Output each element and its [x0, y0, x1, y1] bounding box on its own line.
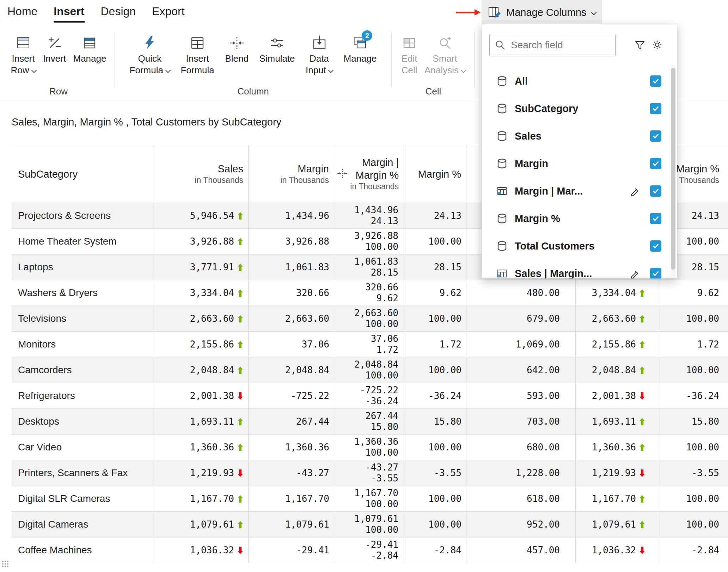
field-checkbox[interactable]: [650, 213, 661, 224]
simulate-button[interactable]: Simulate: [259, 30, 295, 64]
cell-total-customers[interactable]: 593.00: [466, 383, 576, 408]
field-checkbox[interactable]: [650, 75, 661, 87]
cell-sales[interactable]: 1,219.93: [153, 460, 249, 486]
cell-sales[interactable]: 1,693.11: [153, 409, 249, 434]
cell-subcategory[interactable]: Home Theater System: [12, 229, 153, 254]
cell-margin[interactable]: -43.27: [249, 460, 334, 486]
drag-grip-icon[interactable]: [1, 560, 10, 568]
search-field[interactable]: [489, 34, 616, 56]
field-checkbox[interactable]: [650, 240, 661, 252]
cell-margin-blend[interactable]: 267.4415.80: [334, 409, 404, 434]
field-item-margin[interactable]: Margin %: [482, 205, 677, 232]
column-header-margin-pct[interactable]: Margin %: [404, 145, 466, 203]
cell-sales[interactable]: 2,001.38: [153, 383, 249, 408]
insert-formula-button[interactable]: Insert Formula: [181, 30, 214, 76]
cell-margin-blend[interactable]: 2,048.84100.00: [334, 357, 404, 383]
cell-margin-blend[interactable]: -29.41-2.84: [334, 537, 404, 563]
cell-total-customers[interactable]: 1,228.00: [466, 460, 576, 486]
blend-button[interactable]: Blend: [225, 30, 249, 64]
table-row[interactable]: Digital Cameras 1,079.61 1,079.61 1,079.…: [12, 512, 728, 537]
edit-pencil-icon[interactable]: [630, 268, 640, 278]
cell-total-customers[interactable]: 680.00: [466, 435, 576, 460]
field-item-all[interactable]: All: [482, 67, 677, 95]
cell-margin-blend[interactable]: 320.669.62: [334, 280, 404, 306]
cell-margin-pct[interactable]: -36.24: [404, 383, 466, 408]
field-item-total-customers[interactable]: Total Customers: [482, 232, 677, 260]
cell-sales-2[interactable]: 1,219.93: [576, 460, 659, 486]
cell-sales-2[interactable]: 1,036.32: [576, 537, 659, 563]
cell-margin-pct[interactable]: 100.00: [404, 306, 466, 331]
cell-margin-pct[interactable]: 100.00: [404, 486, 466, 511]
cell-margin-blend[interactable]: 1,061.8328.15: [334, 254, 404, 280]
cell-total-customers[interactable]: 457.00: [466, 537, 576, 563]
cell-margin-pct-2[interactable]: 100.00: [659, 357, 728, 383]
cell-margin-pct-2[interactable]: 15.80: [659, 409, 728, 434]
cell-sales-2[interactable]: 2,048.84: [576, 357, 659, 383]
tab-design[interactable]: Design: [101, 5, 136, 23]
cell-sales[interactable]: 1,360.36: [153, 435, 249, 460]
column-header-sales[interactable]: Sales in Thousands: [153, 145, 249, 203]
cell-margin-blend[interactable]: 37.061.72: [334, 332, 404, 357]
scrollbar-thumb[interactable]: [671, 68, 675, 270]
smart-analysis-button[interactable]: Smart Analysis: [424, 30, 465, 76]
cell-margin-pct-2[interactable]: -2.84: [659, 537, 728, 563]
cell-margin-pct-2[interactable]: -3.55: [659, 460, 728, 486]
cell-margin[interactable]: 37.06: [249, 332, 334, 357]
cell-margin-pct-2[interactable]: -36.24: [659, 383, 728, 408]
cell-total-customers[interactable]: 642.00: [466, 357, 576, 383]
cell-margin[interactable]: 1,079.61: [249, 512, 334, 537]
cell-margin[interactable]: 1,061.83: [249, 254, 334, 280]
cell-margin-pct[interactable]: 100.00: [404, 229, 466, 254]
cell-margin-pct[interactable]: 1.72: [404, 332, 466, 357]
cell-subcategory[interactable]: Desktops: [12, 409, 153, 434]
insert-row-button[interactable]: Insert Row: [11, 30, 36, 76]
cell-margin-pct[interactable]: 100.00: [404, 512, 466, 537]
cell-margin-pct[interactable]: -3.55: [404, 460, 466, 486]
tab-export[interactable]: Export: [152, 5, 184, 23]
cell-margin-pct[interactable]: 9.62: [404, 280, 466, 306]
table-row[interactable]: Car Video 1,360.36 1,360.36 1,360.36100.…: [12, 435, 728, 460]
edit-pencil-icon[interactable]: [630, 186, 640, 196]
cell-margin-pct-2[interactable]: 100.00: [659, 306, 728, 331]
cell-sales-2[interactable]: 2,155.86: [576, 332, 659, 357]
field-item-margin-mar[interactable]: Margin | Mar...: [482, 177, 677, 205]
cell-sales[interactable]: 3,926.88: [153, 229, 249, 254]
table-row[interactable]: Refrigerators 2,001.38 -725.22 -725.22-3…: [12, 383, 728, 409]
manage-columns-button[interactable]: Manage Columns: [482, 0, 602, 25]
unblend-icon[interactable]: [336, 167, 348, 181]
tab-home[interactable]: Home: [7, 5, 37, 23]
cell-margin[interactable]: -725.22: [249, 383, 334, 408]
edit-cell-button[interactable]: Edit Cell: [401, 30, 417, 76]
column-header-margin[interactable]: Margin in Thousands: [249, 145, 334, 203]
cell-sales[interactable]: 5,946.54: [153, 203, 249, 228]
manage-column-button[interactable]: 2 Manage: [343, 30, 377, 64]
table-row[interactable]: Washers & Dryers 3,334.04 320.66 320.669…: [12, 280, 728, 306]
cell-sales-2[interactable]: 2,001.38: [576, 383, 659, 408]
manage-row-button[interactable]: Manage: [73, 30, 106, 64]
cell-margin-blend[interactable]: 1,434.9624.13: [334, 203, 404, 228]
filter-icon[interactable]: [634, 39, 646, 51]
table-row[interactable]: Desktops 1,693.11 267.44 267.4415.80 15.…: [12, 409, 728, 435]
cell-margin-blend[interactable]: 3,926.88100.00: [334, 229, 404, 254]
cell-subcategory[interactable]: Car Video: [12, 435, 153, 460]
cell-margin[interactable]: 1,167.70: [249, 486, 334, 511]
cell-margin-blend[interactable]: 1,360.36100.00: [334, 435, 404, 460]
cell-total-customers[interactable]: 703.00: [466, 409, 576, 434]
cell-margin-pct[interactable]: -2.84: [404, 537, 466, 563]
search-input[interactable]: [510, 39, 610, 51]
cell-margin[interactable]: 2,048.84: [249, 357, 334, 383]
cell-sales[interactable]: 1,036.32: [153, 537, 249, 563]
cell-sales-2[interactable]: 1,079.61: [576, 512, 659, 537]
cell-margin[interactable]: 1,434.96: [249, 203, 334, 228]
cell-sales[interactable]: 2,663.60: [153, 306, 249, 331]
cell-margin-blend[interactable]: -725.22-36.24: [334, 383, 404, 408]
cell-margin-pct[interactable]: 100.00: [404, 357, 466, 383]
cell-sales-2[interactable]: 1,167.70: [576, 486, 659, 511]
table-row[interactable]: Televisions 2,663.60 2,663.60 2,663.6010…: [12, 306, 728, 332]
cell-margin[interactable]: 320.66: [249, 280, 334, 306]
cell-margin-pct-2[interactable]: 100.00: [659, 435, 728, 460]
cell-total-customers[interactable]: 618.00: [466, 486, 576, 511]
cell-sales[interactable]: 1,167.70: [153, 486, 249, 511]
cell-subcategory[interactable]: Digital Cameras: [12, 512, 153, 537]
cell-subcategory[interactable]: Printers, Scanners & Fax: [12, 460, 153, 486]
